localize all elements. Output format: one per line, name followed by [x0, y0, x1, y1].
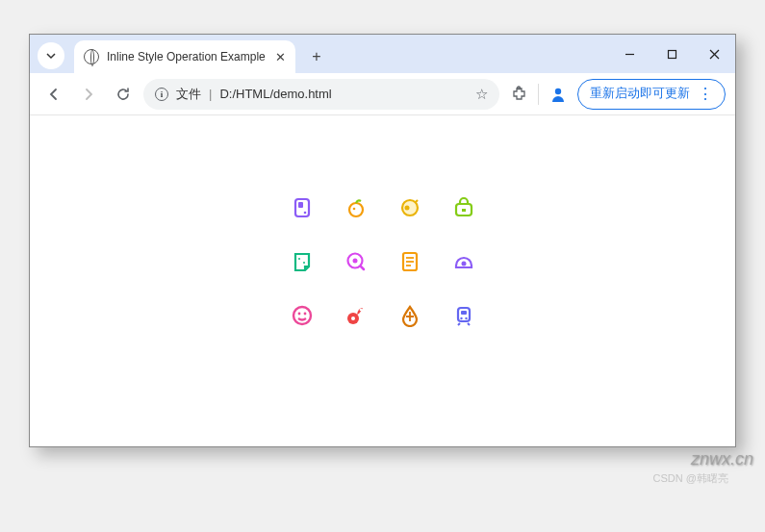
helmet-icon [452, 250, 475, 273]
browser-window: Inline Style Operation Example ✕ + i [29, 34, 736, 447]
ok-icon [344, 304, 368, 327]
browser-tab[interactable]: Inline Style Operation Example ✕ [74, 40, 295, 73]
tab-search-button[interactable] [38, 42, 64, 69]
back-button[interactable] [39, 80, 68, 109]
svg-point-7 [303, 212, 306, 215]
watermark: znwx.cn [691, 449, 753, 469]
note-icon [291, 250, 314, 273]
disc-icon [344, 250, 368, 273]
svg-point-11 [404, 206, 409, 211]
svg-rect-1 [668, 50, 676, 58]
svg-point-24 [297, 313, 300, 316]
titlebar: Inline Style Operation Example ✕ + [30, 35, 735, 73]
page-content [30, 115, 735, 446]
svg-point-4 [555, 88, 561, 93]
tab-title: Inline Style Operation Example [107, 50, 268, 63]
svg-rect-30 [461, 311, 467, 315]
card-icon [291, 196, 314, 219]
svg-point-22 [461, 262, 466, 266]
url-text: D:/HTML/demo.html [219, 87, 468, 101]
svg-point-31 [460, 317, 462, 319]
svg-point-17 [352, 259, 357, 264]
info-icon[interactable]: i [155, 88, 168, 101]
list-icon [398, 250, 421, 273]
drop-icon [398, 304, 421, 327]
close-icon[interactable]: ✕ [275, 50, 286, 64]
dashboard-icon [398, 196, 421, 219]
svg-point-10 [402, 200, 418, 215]
address-bar[interactable]: i 文件 | D:/HTML/demo.html ☆ [143, 79, 499, 110]
update-button[interactable]: 重新启动即可更新 ⋮ [577, 79, 726, 110]
svg-rect-13 [462, 209, 466, 212]
reload-button[interactable] [109, 80, 138, 109]
menu-icon[interactable]: ⋮ [698, 87, 713, 102]
svg-point-9 [352, 208, 355, 211]
svg-point-27 [351, 317, 355, 320]
minimize-button[interactable] [608, 38, 650, 69]
orange-icon [344, 196, 368, 219]
svg-rect-6 [298, 202, 303, 208]
svg-point-25 [303, 313, 306, 316]
csdn-attribution: CSDN @韩曙亮 [653, 471, 728, 486]
new-tab-button[interactable]: + [303, 48, 330, 65]
extensions-icon[interactable] [505, 81, 532, 108]
icon-grid [275, 181, 491, 342]
svg-point-23 [293, 307, 311, 324]
maximize-button[interactable] [650, 38, 693, 69]
addr-type: 文件 [176, 86, 201, 103]
svg-point-28 [359, 309, 362, 312]
bag-icon [452, 196, 475, 219]
train-icon [452, 304, 475, 327]
globe-icon [84, 49, 99, 64]
toolbar: i 文件 | D:/HTML/demo.html ☆ 重新启动即可更新 ⋮ [30, 73, 735, 115]
window-controls [608, 38, 735, 69]
update-label: 重新启动即可更新 [590, 86, 690, 102]
bookmark-icon[interactable]: ☆ [475, 86, 488, 103]
svg-point-8 [349, 203, 363, 216]
profile-icon[interactable] [545, 81, 572, 108]
smiley-icon [291, 304, 314, 327]
close-window-button[interactable] [693, 38, 735, 69]
forward-button[interactable] [74, 80, 103, 109]
svg-point-32 [465, 317, 467, 319]
svg-point-15 [303, 262, 305, 264]
svg-point-14 [298, 258, 300, 260]
